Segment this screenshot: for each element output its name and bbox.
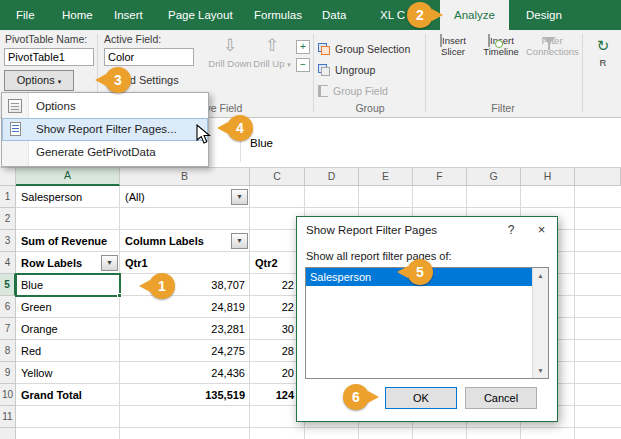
row-header-6[interactable]: 6 [0,296,16,318]
fill-handle[interactable] [117,293,122,298]
ungroup-button[interactable]: Ungroup [318,61,375,79]
tab-data[interactable]: Data [312,0,356,30]
pivot-table-name-input[interactable] [4,48,94,66]
insert-timeline-button[interactable]: Insert Timeline [478,35,524,57]
pivot-table-name-label: PivotTable Name: [5,33,87,45]
ungroup-icon [318,64,330,76]
column-header-e[interactable]: E [359,168,413,186]
cell-a3[interactable]: Sum of Revenue [17,231,119,251]
menu-item-srfp-label: Show Report Filter Pages... [36,123,177,135]
tab-formulas[interactable]: Formulas [244,0,312,30]
callout-5: 5 [407,259,433,285]
menu-item-show-report-filter-pages[interactable]: Show Report Filter Pages... [2,118,208,141]
insert-slicer-label: Insert Slicer [441,35,466,57]
scroll-down-icon[interactable]: ▼ [533,363,548,378]
column-header-g[interactable]: G [467,168,521,186]
column-header-f[interactable]: F [413,168,467,186]
column-header-h[interactable]: H [521,168,575,186]
row-labels-filter-button[interactable]: ▼ [101,255,118,271]
callout-number: 4 [227,115,253,141]
column-header-partial[interactable] [575,168,621,186]
column-header-b[interactable]: B [120,168,250,186]
column-header-c[interactable]: C [250,168,305,186]
row-header-11[interactable]: 11 [0,406,16,428]
callout-arrow-left [139,280,150,292]
insert-slicer-button[interactable]: Insert Slicer [430,35,476,57]
filter-group-label: Filter [428,102,578,114]
cell-b7[interactable]: 23,281 [121,319,249,339]
tab-insert[interactable]: Insert [104,0,153,30]
group-selection-button[interactable]: Group Selection [318,40,410,58]
help-icon[interactable]: ? [496,217,526,243]
scroll-up-icon[interactable]: ▲ [533,268,548,283]
group-selection-label: Group Selection [335,43,410,55]
cancel-button[interactable]: Cancel [465,387,537,409]
cell-b3[interactable]: Column Labels [121,231,249,251]
cell-a9[interactable]: Yellow [17,363,119,383]
ribbon-tab-bar: File Home Insert Page Layout Formulas Da… [0,0,621,30]
cell-a8[interactable]: Red [17,341,119,361]
tab-file[interactable]: File [6,0,45,30]
chevron-down-icon: ▾ [287,61,291,68]
refresh-button-partial[interactable]: ↻ R [586,35,620,68]
group-field-button[interactable]: Group Field [318,82,388,100]
group-separator [313,34,314,112]
dialog-title: Show Report Filter Pages [297,217,493,243]
row-header-10[interactable]: 10 [0,384,16,406]
drill-down-button[interactable]: ⇩ Drill Down [208,35,252,69]
cell-a6[interactable]: Green [17,297,119,317]
report-filter-pages-icon [10,122,21,136]
active-cell-selection[interactable] [15,273,121,297]
cell-a7[interactable]: Orange [17,319,119,339]
row-header-2[interactable]: 2 [0,208,16,230]
expand-field-button[interactable]: + [296,40,310,54]
gridline [119,186,120,439]
drill-up-label: Drill Up [253,58,284,69]
tab-analyze[interactable]: Analyze [440,0,509,30]
column-header-d[interactable]: D [305,168,359,186]
active-field-input[interactable] [104,48,194,66]
row-header-8[interactable]: 8 [0,340,16,362]
listbox-scrollbar[interactable]: ▲ ▼ [532,268,548,378]
cell-b4[interactable]: Qtr1 [121,253,249,273]
column-labels-dropdown-button[interactable]: ▼ [231,233,248,249]
drill-up-arrow-icon: ⇧ [250,36,294,56]
menu-item-generate-getpivotdata[interactable]: Generate GetPivotData [2,141,208,164]
gridline [249,186,250,439]
group-field-icon [318,85,328,97]
select-all-corner[interactable] [0,168,16,186]
slicer-icon [440,34,442,47]
close-icon[interactable]: × [526,217,557,243]
row-header-1[interactable]: 1 [0,186,16,208]
row-header-9[interactable]: 9 [0,362,16,384]
page-filter-dropdown-button[interactable]: ▼ [231,189,248,205]
callout-2: 2 [407,2,433,28]
tab-design[interactable]: Design [516,0,572,30]
row-header-4[interactable]: 4 [0,252,16,274]
tab-page-layout[interactable]: Page Layout [158,0,243,30]
menu-item-options[interactable]: Options [2,95,208,118]
collapse-field-button[interactable]: − [296,58,310,72]
cell-b10[interactable]: 135,519 [121,385,249,405]
show-report-filter-pages-dialog: Show Report Filter Pages ? × Show all re… [296,216,558,422]
tab-home[interactable]: Home [52,0,103,30]
cell-a10[interactable]: Grand Total [17,385,119,405]
column-header-a[interactable]: A [16,168,120,186]
cell-b9[interactable]: 24,436 [121,363,249,383]
row-header-5[interactable]: 5 [0,274,16,296]
cell-a1[interactable]: Salesperson [17,187,119,207]
cell-b1[interactable]: (All) [121,187,249,207]
ok-button[interactable]: OK [385,387,457,409]
ungroup-label: Ungroup [335,64,375,76]
options-button-label: Options [17,74,55,86]
group-field-label: Group Field [333,85,388,97]
options-dropdown-button[interactable]: Options ▾ [4,70,74,91]
cell-b6[interactable]: 24,819 [121,297,249,317]
formula-bar-value[interactable]: Blue [250,118,273,168]
cell-b8[interactable]: 24,275 [121,341,249,361]
filter-connections-button[interactable]: Filter Connections [526,35,578,57]
callout-number: 1 [149,273,175,299]
row-header-3[interactable]: 3 [0,230,16,252]
row-header-7[interactable]: 7 [0,318,16,340]
drill-up-button[interactable]: ⇧ Drill Up ▾ [250,35,294,70]
